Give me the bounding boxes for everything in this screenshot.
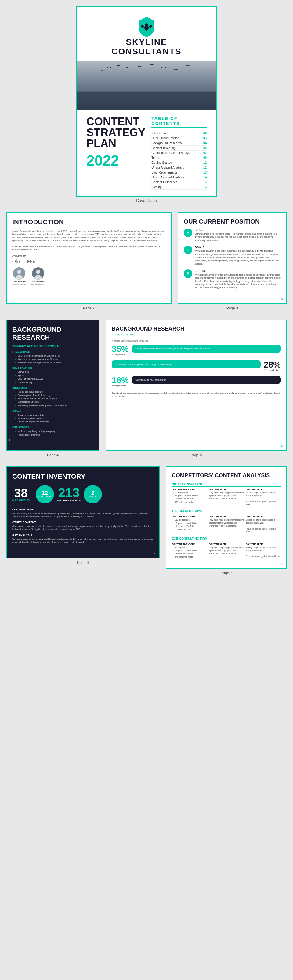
comp-inventory-col: CONTENT INVENTORY 16 Blog articles41 gue… bbox=[172, 488, 207, 506]
blog-stat-number: 38 bbox=[12, 487, 30, 499]
comp-audit2-text: Missing blog form case studies, in-depth… bbox=[246, 546, 281, 558]
guest-stat-label: GUEST POSTS bbox=[38, 496, 52, 498]
avatar-block-1: Aliss Fuentes Creative Director bbox=[12, 267, 26, 285]
list-item: Lives in the city bbox=[15, 381, 93, 384]
toc-item-page: 15 bbox=[203, 181, 207, 184]
instagram-stat-label: INSTAGRAM POSTS bbox=[57, 499, 81, 502]
page6-number: 6 bbox=[154, 552, 155, 555]
content-audit-text: We have 4 blog posts that consistently r… bbox=[12, 512, 154, 519]
position-text: We exist primarily as an online entity, … bbox=[195, 274, 281, 290]
competitor-block: THE GROWTH GUYS CONTENT INVENTORY 117 Bl… bbox=[172, 509, 281, 533]
competitor-name: NITRO CONSULTANTS bbox=[172, 482, 281, 487]
position-item: G GOALS We wish to establish to our targ… bbox=[184, 246, 281, 266]
sig2: Morr bbox=[27, 259, 37, 264]
goals-section: GOALS Grow corporate productivityImprove… bbox=[12, 410, 93, 424]
bg-research-title-2: BACKGROUND RESEARCH bbox=[112, 326, 281, 332]
comp-cols: CONTENT INVENTORY 60 Blog articles21 gue… bbox=[172, 543, 281, 559]
page3-card: OUR CURRENT POSITION B BRAND Currently, … bbox=[177, 212, 287, 304]
comp-inventory-col: CONTENT INVENTORY 117 Blog articles12 gu… bbox=[172, 515, 207, 533]
avatar-2-role: Marketing Director bbox=[31, 283, 46, 285]
svg-point-5 bbox=[17, 270, 21, 274]
list-item: Running pilot programs bbox=[15, 433, 93, 436]
comp-audit1-col: CONTENT AUDIT They have many blog posts … bbox=[209, 543, 244, 559]
comp-audit1-title: CONTENT AUDIT bbox=[209, 515, 244, 518]
toc-item: Offsite Content Analysis14 bbox=[151, 175, 207, 180]
list-item: Improve employee retention bbox=[15, 417, 93, 420]
toc-item-label: Blog Requirements bbox=[151, 171, 177, 174]
toc-item-label: Tools bbox=[151, 156, 158, 159]
comp-audit2-title: CONTENT AUDIT bbox=[246, 543, 281, 545]
from-winner-list: CEO, Director of Marketing or Director o… bbox=[12, 354, 93, 364]
comp-inventory-title: CONTENT INVENTORY bbox=[172, 543, 207, 545]
position-items: B BRAND Currently, there is no real bran… bbox=[184, 229, 281, 290]
demographics-label: DEMOGRAPHICS bbox=[12, 367, 93, 369]
intro-para2: In this document, we examine ourselves a… bbox=[12, 245, 165, 251]
toc-item-label: Our Current Position bbox=[151, 137, 179, 140]
toc-item: Competitors' Content Analysis07 bbox=[151, 151, 207, 156]
competitor-block: EGB CONSULTING FIRM CONTENT INVENTORY 60… bbox=[172, 537, 281, 559]
feedback-stat1-block: 35% of respondents bbox=[112, 345, 129, 358]
list-item: Age 35+ bbox=[15, 374, 93, 377]
comp-audit1-title: CONTENT AUDIT bbox=[209, 488, 244, 491]
list-item: Runs corporate Town Hall meetings bbox=[15, 393, 93, 397]
blog-stat-label: BLOG ARTICLES bbox=[12, 499, 30, 501]
competitors-title: COMPETITORS' CONTENT ANALYSIS bbox=[172, 473, 281, 479]
svg-rect-3 bbox=[77, 91, 216, 109]
challenges-section: CHALLENGES Implementing change in large … bbox=[12, 426, 93, 436]
table-of-contents: TABLE OF CONTENTS Introduction02Our Curr… bbox=[151, 116, 207, 190]
comp-cols: CONTENT INVENTORY 16 Blog articles41 gue… bbox=[172, 488, 281, 506]
list-item: Interested in growth opportunities for r… bbox=[15, 361, 93, 364]
pages-row-4-5: BACKGROUND RESEARCH PRIMARY AUDIENCE PER… bbox=[6, 320, 287, 457]
cover-top: SKYLINE CONSULTANTS bbox=[77, 7, 216, 61]
list-item: Connects via LinkedIn bbox=[15, 400, 93, 404]
stat3-label: of respondents bbox=[112, 385, 129, 387]
comp-inventory-list: 60 Blog articles21 guest post contributi… bbox=[172, 546, 207, 559]
avatar-block-2: Morriel Miles Marketing Director bbox=[31, 267, 46, 285]
toc-item: Getting Started11 bbox=[151, 161, 207, 165]
toc-item-label: Onsite Content Analysis bbox=[151, 166, 184, 169]
competitors-list: NITRO CONSULTANTS CONTENT INVENTORY 16 B… bbox=[172, 482, 281, 559]
toc-item-page: 14 bbox=[203, 176, 207, 179]
comp-audit2-text: Missing blog form case studies, in-depth… bbox=[246, 491, 281, 506]
company-name-line2: CONSULTANTS bbox=[83, 47, 210, 57]
comp-inventory-col: CONTENT INVENTORY 60 Blog articles21 gue… bbox=[172, 543, 207, 559]
quote3-bubble: "Nothing made you seem unique." bbox=[132, 376, 281, 384]
avatar-1-role: Creative Director bbox=[12, 283, 26, 285]
toc-item: Blog Requirements13 bbox=[151, 170, 207, 175]
position-heading: BRAND bbox=[195, 229, 281, 232]
page5-card: BACKGROUND RESEARCH CLIENT FEEDBACK A to… bbox=[106, 320, 287, 450]
toc-item: Tools09 bbox=[151, 156, 207, 161]
cover-title-area: CONTENT STRATEGY PLAN 2022 bbox=[86, 116, 145, 190]
page3-label: Page 3 bbox=[226, 306, 238, 310]
comp-audit2-col: CONTENT AUDIT Missing blog form case stu… bbox=[246, 488, 281, 506]
demographics-section: DEMOGRAPHICS Skews maleAge 35+Dual HH in… bbox=[12, 367, 93, 384]
page6-card: CONTENT INVENTORY 38 BLOG ARTICLES 12 GU… bbox=[6, 466, 160, 558]
gat-analysis-title: GAT ANALYSIS bbox=[12, 534, 154, 537]
position-icon: B bbox=[184, 229, 192, 237]
toc-item-page: 13 bbox=[203, 171, 207, 174]
toc-item-page: 04 bbox=[203, 142, 207, 145]
toc-item-label: Content Guidelines bbox=[151, 181, 177, 184]
bg-research-title: BACKGROUND RESEARCH bbox=[12, 326, 93, 342]
comp-audit1-title: CONTENT AUDIT bbox=[209, 543, 244, 545]
cover-bottom: CONTENT STRATEGY PLAN 2022 TABLE OF CONT… bbox=[77, 110, 216, 196]
toc-item-page: 16 bbox=[203, 185, 207, 189]
other-content-title: OTHER CONTENT bbox=[12, 521, 154, 524]
svg-point-8 bbox=[36, 270, 40, 274]
other-stats: 12 GUEST POSTS bbox=[36, 485, 54, 503]
stat2-label: of respondents bbox=[264, 369, 281, 371]
list-item: Dual HH income: $200,000 bbox=[15, 377, 93, 381]
toc-item-page: 12 bbox=[203, 166, 207, 169]
feedback-stat2-row: "I wanted to know what you were best at … bbox=[112, 361, 281, 374]
comp-inventory-list: 117 Blog articles12 guest post contribut… bbox=[172, 519, 207, 531]
content-audit-title: CONTENT AUDIT bbox=[12, 508, 154, 511]
pages-row-2-3: INTRODUCTION Skyline Consultants, with t… bbox=[6, 212, 287, 310]
list-item: Identifies as a brand persona for 5+ yea… bbox=[15, 397, 93, 400]
inventory-title: CONTENT INVENTORY bbox=[12, 473, 154, 480]
stat1-label: of respondents bbox=[112, 353, 129, 356]
toc-item-page: 09 bbox=[203, 156, 207, 159]
avatar-1-name: Aliss Fuentes bbox=[12, 280, 26, 283]
page4-label: Page 4 bbox=[47, 453, 59, 457]
page6-label: Page 6 bbox=[77, 560, 89, 565]
toc-item-page: 03 bbox=[203, 137, 207, 140]
